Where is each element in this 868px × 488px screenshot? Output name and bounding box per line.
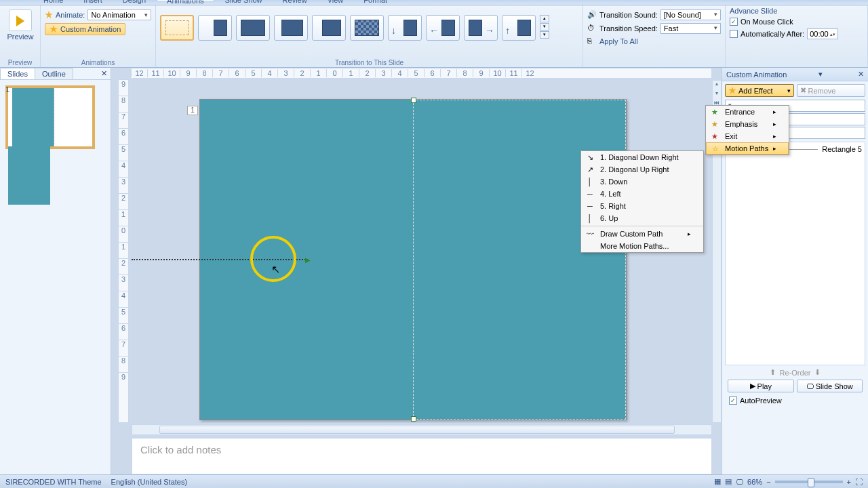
ribbon-tabs: Home Insert Design Animations Slide Show…: [0, 0, 868, 5]
zoom-out[interactable]: −: [766, 478, 770, 486]
path-diag-up-right[interactable]: ↗2. Diagonal Up Right: [581, 163, 703, 176]
zoom-value[interactable]: 66%: [747, 478, 762, 486]
speed-label: Transition Speed:: [599, 24, 658, 33]
reorder-up[interactable]: ⬆: [770, 368, 776, 377]
path-right[interactable]: ─5. Right: [581, 200, 703, 212]
zoom-slider[interactable]: [775, 481, 843, 483]
reorder-down[interactable]: ⬇: [814, 368, 821, 377]
tab-view[interactable]: View: [318, 0, 353, 1]
preview-icon: [9, 9, 32, 31]
zoom-in[interactable]: +: [847, 478, 851, 486]
effect-list[interactable]: 1 Rectangle 5: [725, 142, 865, 365]
zoom-fit[interactable]: ⛶: [855, 478, 863, 486]
status-bar: SIRECORDED WITH Theme English (United St…: [0, 474, 868, 488]
sound-icon: 🔊: [587, 10, 597, 20]
transition-none[interactable]: [160, 15, 194, 41]
outline-tab[interactable]: Outline: [35, 68, 73, 79]
panel-close[interactable]: ✕: [97, 68, 111, 79]
menu-entrance[interactable]: ★Entrance▸: [706, 106, 789, 118]
selected-shape[interactable]: [413, 100, 626, 420]
transition-dissolve[interactable]: [274, 15, 308, 41]
autopreview-checkbox[interactable]: ✓: [729, 396, 737, 405]
add-effect-button[interactable]: Add Effect ▾: [725, 84, 794, 97]
auto-after-checkbox[interactable]: [730, 30, 738, 38]
sound-dropdown[interactable]: [No Sound]: [660, 9, 721, 20]
path-draw-custom[interactable]: 〰Draw Custom Path▸: [581, 228, 703, 240]
gallery-more[interactable]: ▾: [540, 31, 549, 39]
editor-area: 1211109876543210123456789101112 98765432…: [111, 68, 722, 474]
path-diag-down-right[interactable]: ↘1. Diagonal Down Right: [581, 151, 703, 163]
slide-thumbnail-1[interactable]: [5, 85, 95, 149]
tab-slideshow[interactable]: Slide Show: [216, 0, 272, 1]
transition-wipe[interactable]: [312, 15, 346, 41]
menu-exit[interactable]: ★Exit▸: [706, 130, 789, 142]
menu-motion-paths[interactable]: ☆Motion Paths▸: [706, 142, 789, 155]
tab-home[interactable]: Home: [34, 0, 73, 1]
pane-title: Custom Animation: [726, 70, 787, 79]
status-lang[interactable]: English (United States): [111, 478, 188, 486]
pane-close[interactable]: ✕: [858, 70, 864, 79]
path-up[interactable]: │6. Up: [581, 212, 703, 224]
path-more[interactable]: More Motion Paths...: [581, 240, 703, 252]
group-title-preview: Preview: [0, 59, 40, 66]
tab-design[interactable]: Design: [113, 0, 155, 1]
tab-insert[interactable]: Insert: [74, 0, 112, 1]
group-title-transition: Transition to This Slide: [156, 59, 583, 66]
on-click-label: On Mouse Click: [741, 18, 793, 26]
add-effect-menu: ★Entrance▸ ★Emphasis▸ ★Exit▸ ☆Motion Pat…: [705, 105, 789, 155]
horizontal-ruler: 1211109876543210123456789101112: [130, 68, 712, 79]
transition-fade[interactable]: [198, 15, 232, 41]
notes-pane[interactable]: Click to add notes: [132, 438, 712, 474]
remove-button[interactable]: ✖ Remove: [797, 84, 866, 97]
ribbon: Preview Preview Animate: No Animation Cu…: [0, 5, 868, 68]
autopreview-label: AutoPreview: [740, 396, 782, 405]
horizontal-scrollbar[interactable]: [132, 424, 712, 435]
animate-dropdown[interactable]: No Animation: [87, 9, 151, 20]
slides-tab[interactable]: Slides: [0, 68, 35, 79]
preview-label: Preview: [4, 33, 37, 41]
cursor-icon: ↖: [271, 263, 280, 276]
gallery-up[interactable]: ▴: [540, 15, 549, 22]
star-icon: [50, 25, 58, 33]
animate-icon: [45, 11, 53, 19]
transition-cut[interactable]: [236, 15, 270, 41]
on-click-checkbox[interactable]: ✓: [730, 18, 738, 26]
tab-review[interactable]: Review: [273, 0, 317, 1]
transition-cover-right[interactable]: →: [464, 15, 498, 41]
path-left[interactable]: ─4. Left: [581, 188, 703, 200]
auto-after-label: Automatically After:: [741, 30, 804, 38]
play-button[interactable]: ▶ Play: [728, 380, 794, 392]
animation-tag[interactable]: 1: [187, 106, 198, 115]
remove-icon: ✖: [800, 86, 806, 95]
menu-emphasis[interactable]: ★Emphasis▸: [706, 118, 789, 130]
motion-paths-submenu: ↘1. Diagonal Down Right ↗2. Diagonal Up …: [580, 150, 704, 253]
preview-button[interactable]: Preview: [4, 8, 37, 41]
view-sorter-icon[interactable]: ▤: [725, 477, 732, 486]
speed-icon: ⏱: [587, 24, 597, 33]
group-title-animations: Animations: [41, 59, 155, 66]
transition-cover-down[interactable]: ↓: [388, 15, 422, 41]
transition-cover-left[interactable]: ←: [426, 15, 460, 41]
advance-title: Advance Slide: [730, 7, 863, 15]
vertical-ruler: 9876543210123456789: [118, 79, 129, 423]
animate-label: Animate:: [56, 11, 85, 19]
motion-path-end: ▶: [305, 256, 311, 262]
auto-after-spinner[interactable]: 00:00: [807, 28, 838, 39]
reorder-controls: ⬆ Re-Order ⬇: [725, 365, 865, 380]
transition-gallery[interactable]: ↓ ← → ↑ ▴ ▾ ▾: [160, 8, 578, 67]
transition-cover-up[interactable]: ↑: [502, 15, 536, 41]
path-down[interactable]: │3. Down: [581, 176, 703, 188]
pane-menu-icon[interactable]: ▾: [818, 70, 823, 79]
apply-all-button[interactable]: Apply To All: [599, 37, 638, 45]
star-icon: [728, 87, 736, 95]
slideshow-button[interactable]: 🖵 Slide Show: [797, 380, 863, 392]
view-show-icon[interactable]: 🖵: [736, 478, 743, 486]
gallery-down[interactable]: ▾: [540, 23, 549, 30]
slides-panel: Slides Outline ✕ 1: [0, 68, 111, 474]
custom-animation-button[interactable]: Custom Animation: [45, 23, 125, 35]
view-normal-icon[interactable]: ▦: [714, 477, 721, 486]
speed-dropdown[interactable]: Fast: [660, 23, 721, 34]
transition-checker[interactable]: [350, 15, 384, 41]
tab-animations[interactable]: Animations: [157, 0, 214, 1]
tab-format[interactable]: Format: [354, 0, 397, 1]
